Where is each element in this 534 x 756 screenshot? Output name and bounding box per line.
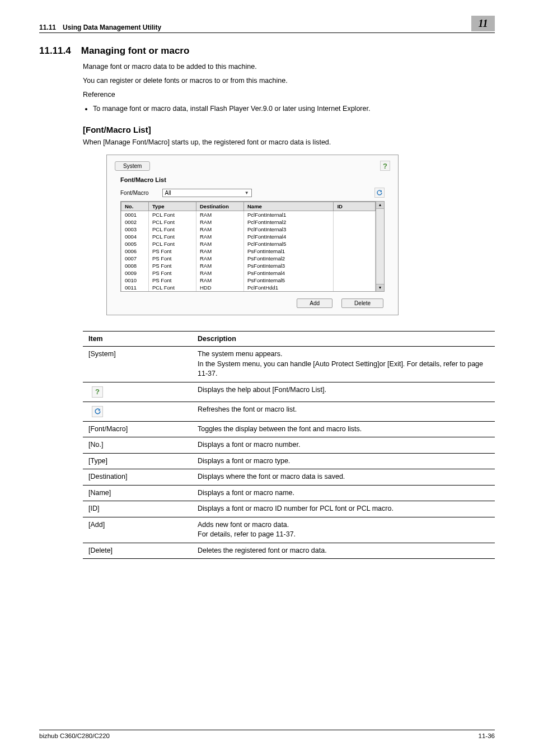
list-row[interactable]: 0011PCL FontHDDPclFontHdd1	[121, 284, 376, 291]
chevron-down-icon: ▼	[245, 190, 249, 195]
desc-item: [ID]	[83, 501, 192, 517]
col-header-type[interactable]: Type	[149, 202, 196, 211]
list-cell-id	[334, 269, 376, 277]
header-section-number: 11.11	[39, 24, 56, 31]
list-cell-type: PCL Font	[149, 284, 196, 291]
list-cell-id	[334, 248, 376, 255]
list-cell-no: 0008	[121, 262, 149, 269]
refresh-icon[interactable]	[374, 188, 385, 198]
col-header-name[interactable]: Name	[244, 202, 334, 211]
desc-row: [System]The system menu appears.In the S…	[83, 347, 495, 382]
desc-item: ?	[83, 382, 192, 402]
desc-description: Displays the help about [Font/Macro List…	[192, 382, 495, 402]
col-header-id[interactable]: ID	[334, 202, 376, 211]
list-row[interactable]: 0008PS FontRAMPsFontInternal3	[121, 262, 376, 269]
list-row[interactable]: 0003PCL FontRAMPclFontInternal3	[121, 226, 376, 233]
list-cell-id	[334, 218, 376, 226]
list-cell-id	[334, 240, 376, 248]
list-row[interactable]: 0002PCL FontRAMPclFontInternal2	[121, 218, 376, 226]
list-cell-dest: RAM	[196, 255, 244, 262]
desc-description: Deletes the registered font or macro dat…	[192, 543, 495, 559]
list-cell-no: 0005	[121, 240, 149, 248]
list-cell-no: 0006	[121, 248, 149, 255]
filter-dropdown[interactable]: All ▼	[162, 189, 252, 197]
list-cell-no: 0003	[121, 226, 149, 233]
list-cell-type: PCL Font	[149, 226, 196, 233]
font-macro-list: No. Type Destination Name ID 0001PCL Fon…	[120, 201, 385, 292]
desc-row: ?Displays the help about [Font/Macro Lis…	[83, 382, 495, 402]
desc-item: [Add]	[83, 517, 192, 543]
desc-row: [No.]Displays a font or macro number.	[83, 437, 495, 454]
footer-left: bizhub C360/C280/C220	[39, 732, 110, 739]
list-cell-dest: RAM	[196, 269, 244, 277]
list-cell-id	[334, 277, 376, 284]
col-header-no[interactable]: No.	[121, 202, 149, 211]
list-cell-id	[334, 233, 376, 240]
list-cell-type: PS Font	[149, 262, 196, 269]
desc-row: [Destination]Displays where the font or …	[83, 469, 495, 486]
list-cell-name: PclFontInternal3	[244, 226, 334, 233]
list-cell-dest: RAM	[196, 233, 244, 240]
col-header-destination[interactable]: Destination	[196, 202, 244, 211]
list-cell-name: PclFontInternal2	[244, 218, 334, 226]
list-cell-name: PsFontInternal5	[244, 277, 334, 284]
reference-label: Reference	[83, 90, 495, 100]
list-cell-type: PCL Font	[149, 240, 196, 248]
chapter-chip: 11	[471, 16, 495, 31]
desc-item	[83, 402, 192, 421]
desc-description: Toggles the display between the font and…	[192, 421, 495, 437]
desc-item: [System]	[83, 347, 192, 382]
list-row[interactable]: 0005PCL FontRAMPclFontInternal5	[121, 240, 376, 248]
list-cell-no: 0007	[121, 255, 149, 262]
screenshot-panel: System ? Font/Macro List Font/Macro All …	[106, 155, 399, 315]
list-cell-type: PS Font	[149, 277, 196, 284]
system-menu-button[interactable]: System	[115, 161, 150, 171]
help-glyph: ?	[383, 162, 387, 170]
subsection-lead: When [Manage Font/Macro] starts up, the …	[83, 138, 495, 147]
add-button[interactable]: Add	[297, 298, 332, 308]
footer-right: 11-36	[479, 732, 495, 739]
list-row[interactable]: 0006PS FontRAMPsFontInternal1	[121, 248, 376, 255]
delete-button[interactable]: Delete	[341, 298, 383, 308]
help-icon[interactable]: ?	[380, 161, 390, 171]
desc-row: [Name]Displays a font or macro name.	[83, 485, 495, 501]
list-cell-no: 0002	[121, 218, 149, 226]
list-cell-no: 0010	[121, 277, 149, 284]
desc-row: [Font/Macro]Toggles the display between …	[83, 421, 495, 437]
list-cell-dest: RAM	[196, 211, 244, 219]
page-footer: bizhub C360/C280/C220 11-36	[39, 730, 495, 739]
header-section-title: Using Data Management Utility	[63, 24, 161, 31]
list-row[interactable]: 0001PCL FontRAMPclFontInternal1	[121, 211, 376, 219]
list-row[interactable]: 0004PCL FontRAMPclFontInternal4	[121, 233, 376, 240]
list-cell-id	[334, 211, 376, 219]
list-row[interactable]: 0007PS FontRAMPsFontInternal2	[121, 255, 376, 262]
desc-header-description: Description	[192, 332, 495, 347]
desc-row: Refreshes the font or macro list.	[83, 402, 495, 421]
scroll-down-icon[interactable]: ▾	[376, 284, 384, 291]
scroll-up-icon[interactable]: ▴	[376, 202, 384, 209]
list-cell-name: PsFontInternal2	[244, 255, 334, 262]
intro-p1: Manage font or macro data to be added to…	[83, 62, 495, 72]
desc-row: [ID]Displays a font or macro ID number f…	[83, 501, 495, 517]
refresh-glyph	[376, 189, 383, 196]
list-cell-dest: RAM	[196, 277, 244, 284]
section-heading: 11.11.4 Managing font or macro	[39, 45, 495, 57]
list-scrollbar[interactable]: ▴ ▾	[376, 202, 384, 291]
desc-description: Displays a font or macro name.	[192, 485, 495, 501]
page-header: 11.11 Using Data Management Utility 11	[39, 16, 495, 31]
reference-bullets: To manage font or macro data, install Fl…	[83, 104, 495, 114]
desc-row: [Add]Adds new font or macro data.For det…	[83, 517, 495, 543]
list-cell-type: PS Font	[149, 255, 196, 262]
desc-description: Displays where the font or macro data is…	[192, 469, 495, 486]
list-row[interactable]: 0010PS FontRAMPsFontInternal5	[121, 277, 376, 284]
desc-item: [No.]	[83, 437, 192, 454]
list-cell-dest: RAM	[196, 262, 244, 269]
desc-item: [Destination]	[83, 469, 192, 486]
description-table: Item Description [System]The system menu…	[83, 331, 495, 559]
list-cell-name: PclFontInternal1	[244, 211, 334, 219]
list-cell-no: 0004	[121, 233, 149, 240]
list-cell-dest: RAM	[196, 226, 244, 233]
list-cell-name: PclFontInternal4	[244, 233, 334, 240]
list-cell-id	[334, 255, 376, 262]
list-row[interactable]: 0009PS FontRAMPsFontInternal4	[121, 269, 376, 277]
